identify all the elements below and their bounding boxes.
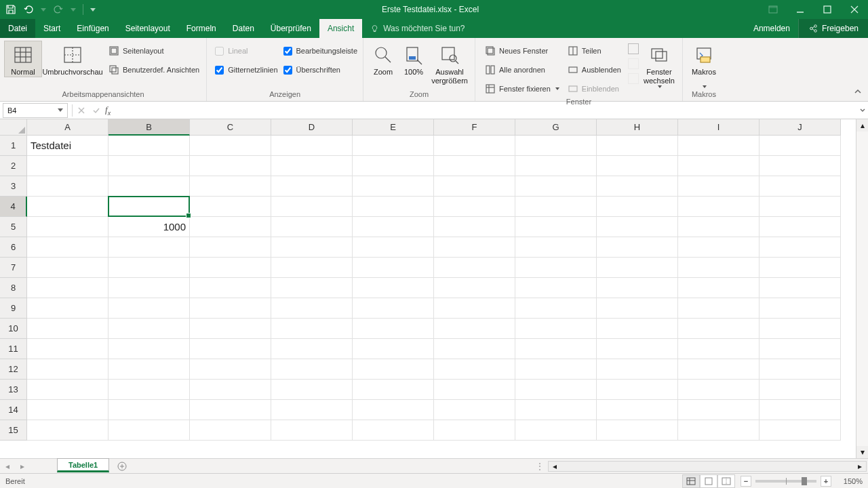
tab-data[interactable]: Daten	[224, 19, 262, 38]
cell[interactable]	[353, 278, 434, 298]
cell[interactable]	[108, 136, 190, 156]
cell[interactable]	[271, 136, 353, 156]
cell[interactable]	[271, 197, 353, 217]
cell[interactable]	[678, 197, 760, 217]
page-layout-button[interactable]: Seitenlayout	[107, 43, 201, 58]
scroll-down-icon[interactable]: ▾	[856, 446, 868, 458]
row-header[interactable]: 7	[0, 258, 27, 278]
cell[interactable]	[597, 237, 678, 258]
cell[interactable]	[597, 298, 678, 319]
cell[interactable]	[760, 176, 841, 197]
cell[interactable]	[190, 237, 271, 258]
cell[interactable]	[760, 380, 841, 400]
cell[interactable]	[108, 400, 190, 420]
cell[interactable]	[678, 380, 760, 400]
cell[interactable]	[271, 359, 353, 380]
cell[interactable]	[271, 237, 353, 258]
cell[interactable]	[515, 298, 597, 319]
row-header[interactable]: 12	[0, 359, 27, 380]
cell[interactable]	[678, 136, 760, 156]
page-break-preview-button[interactable]: Umbruchvorschau	[42, 41, 103, 77]
cell[interactable]	[597, 136, 678, 156]
cell[interactable]	[190, 258, 271, 278]
arrange-all-button[interactable]: Alle anordnen	[484, 62, 561, 77]
cell[interactable]	[597, 380, 678, 400]
cell[interactable]	[271, 156, 353, 176]
cell[interactable]	[597, 217, 678, 237]
cell[interactable]	[271, 319, 353, 339]
cell[interactable]	[190, 400, 271, 420]
cell[interactable]	[27, 176, 108, 197]
cell[interactable]	[760, 237, 841, 258]
cell[interactable]	[353, 400, 434, 420]
tab-view[interactable]: Ansicht	[319, 19, 362, 38]
cell[interactable]	[108, 197, 190, 217]
cell[interactable]	[353, 319, 434, 339]
tab-review[interactable]: Überprüfen	[262, 19, 319, 38]
custom-views-button[interactable]: Benutzerdef. Ansichten	[107, 62, 201, 77]
normal-view-button[interactable]: Normal	[4, 41, 42, 77]
cell[interactable]	[190, 217, 271, 237]
cell[interactable]	[597, 197, 678, 217]
row-header[interactable]: 15	[0, 420, 27, 441]
row-header[interactable]: 1	[0, 136, 27, 156]
scroll-right-icon[interactable]: ▸	[854, 460, 866, 472]
cell[interactable]	[27, 217, 108, 237]
cell[interactable]	[597, 319, 678, 339]
cell[interactable]	[27, 278, 108, 298]
cell[interactable]	[760, 217, 841, 237]
cell[interactable]	[760, 319, 841, 339]
sheet-nav-prev-icon[interactable]: ◂	[0, 459, 15, 473]
cell[interactable]	[678, 400, 760, 420]
cell[interactable]	[515, 278, 597, 298]
tab-file[interactable]: Datei	[0, 19, 35, 38]
cell[interactable]	[515, 420, 597, 441]
cell[interactable]	[190, 197, 271, 217]
cell[interactable]	[108, 359, 190, 380]
cell[interactable]	[678, 420, 760, 441]
cell[interactable]	[271, 339, 353, 359]
cell[interactable]	[434, 176, 515, 197]
add-sheet-button[interactable]	[113, 459, 131, 473]
cell[interactable]	[760, 278, 841, 298]
cell[interactable]	[515, 197, 597, 217]
cell[interactable]	[108, 176, 190, 197]
cell[interactable]	[27, 420, 108, 441]
view-side-by-side-icon[interactable]	[628, 43, 639, 54]
cell[interactable]	[515, 217, 597, 237]
cell[interactable]	[27, 298, 108, 319]
cell[interactable]	[108, 278, 190, 298]
cell[interactable]	[434, 380, 515, 400]
cell[interactable]	[271, 400, 353, 420]
cell[interactable]	[678, 217, 760, 237]
maximize-icon[interactable]	[814, 0, 841, 19]
cell[interactable]	[108, 237, 190, 258]
select-all-button[interactable]	[0, 119, 27, 136]
column-header[interactable]: D	[271, 119, 353, 136]
new-window-button[interactable]: Neues Fenster	[484, 43, 561, 58]
cell[interactable]	[434, 156, 515, 176]
cell[interactable]	[353, 258, 434, 278]
name-box[interactable]: B4	[3, 103, 68, 118]
cell[interactable]	[190, 380, 271, 400]
cell[interactable]	[515, 176, 597, 197]
cell[interactable]	[760, 400, 841, 420]
cell[interactable]	[108, 339, 190, 359]
cell[interactable]	[434, 278, 515, 298]
cell[interactable]	[108, 420, 190, 441]
cell[interactable]	[760, 136, 841, 156]
row-header[interactable]: 10	[0, 319, 27, 339]
cell[interactable]	[678, 359, 760, 380]
cell[interactable]	[27, 258, 108, 278]
zoom-selection-button[interactable]: Auswahl vergrößern	[429, 41, 471, 86]
fx-icon[interactable]: fx	[104, 104, 113, 117]
cell[interactable]	[678, 339, 760, 359]
column-header[interactable]: F	[434, 119, 515, 136]
cell[interactable]	[271, 278, 353, 298]
row-header[interactable]: 5	[0, 217, 27, 237]
tab-pagelayout[interactable]: Seitenlayout	[117, 19, 178, 38]
macros-button[interactable]: Makros	[687, 41, 721, 89]
scroll-left-icon[interactable]: ◂	[549, 460, 561, 472]
cell[interactable]	[27, 197, 108, 217]
sheet-nav-next-icon[interactable]: ▸	[15, 459, 30, 473]
